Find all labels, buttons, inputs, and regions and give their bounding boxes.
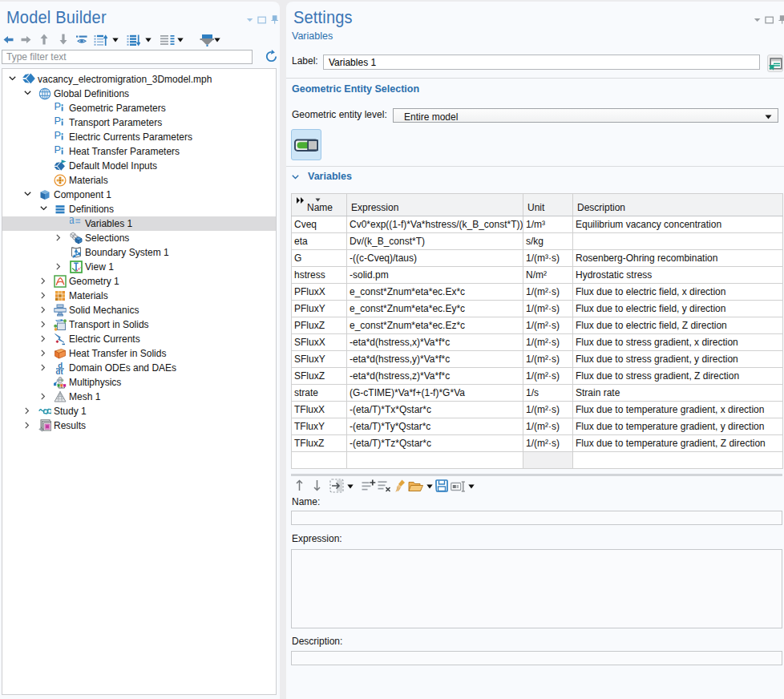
- svg-text:P: P: [55, 131, 62, 141]
- svg-text:a: a: [70, 217, 75, 226]
- svg-text:P: P: [55, 145, 62, 156]
- svg-text:P: P: [55, 102, 62, 112]
- svg-text:P: P: [55, 116, 62, 127]
- svg-text:dt: dt: [56, 367, 64, 374]
